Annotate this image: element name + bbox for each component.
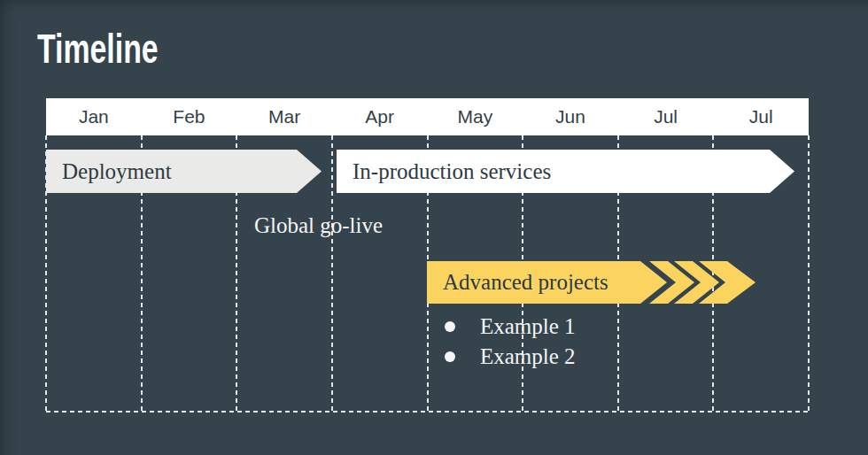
gridline-bottom (46, 411, 809, 413)
month-label-jan: Jan (46, 106, 142, 127)
month-label-jul-1: Jul (618, 106, 714, 127)
timeline-slide: Timeline Jan Feb Mar Apr May Jun Jul Jul… (0, 0, 868, 455)
month-label-may: May (428, 106, 523, 127)
bullet-list: Example 1 Example 2 (445, 312, 576, 372)
bullet-text: Example 2 (480, 344, 576, 369)
bar-deployment: Deployment (46, 150, 322, 193)
slide-title: Timeline (37, 27, 159, 70)
bullet-text: Example 1 (480, 314, 576, 339)
bullet-dot (445, 321, 455, 332)
milestone-global-go-live: Global go-live (254, 213, 383, 238)
bar-advanced-projects-label: Advanced projects (443, 261, 608, 304)
month-label-feb: Feb (142, 106, 237, 127)
bar-deployment-label: Deployment (46, 159, 172, 184)
gridline-vertical (331, 135, 333, 413)
bullet-dot (445, 351, 455, 362)
list-item: Example 1 (445, 312, 576, 342)
bar-in-production-services: In-production services (337, 150, 794, 193)
bar-advanced-projects: Advanced projects (427, 261, 756, 304)
month-label-mar: Mar (236, 106, 332, 127)
month-label-apr: Apr (332, 106, 428, 127)
list-item: Example 2 (445, 342, 576, 372)
month-header-bar: Jan Feb Mar Apr May Jun Jul Jul (46, 98, 809, 135)
month-label-jul-2: Jul (713, 106, 809, 127)
bar-in-production-label: In-production services (337, 159, 551, 184)
month-label-jun: Jun (523, 106, 618, 127)
gridline-vertical (808, 135, 810, 413)
